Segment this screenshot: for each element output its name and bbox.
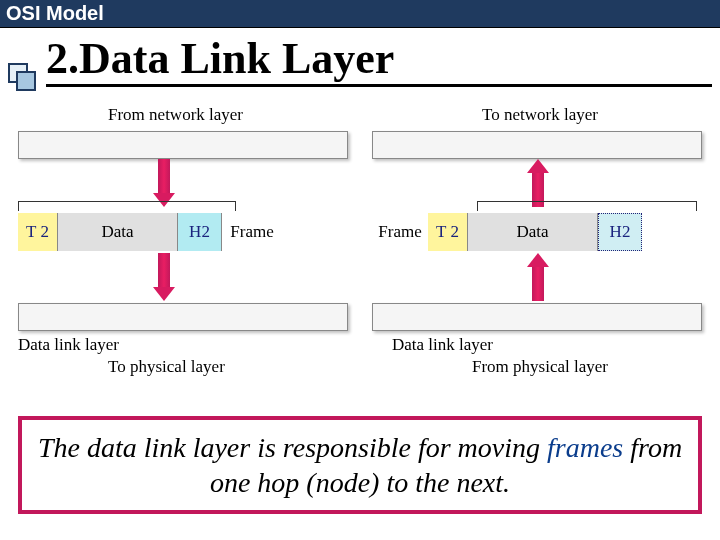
frame-label-left: Frame [222, 213, 282, 251]
diagram-receiving: To network layer Frame T 2 Data H2 Data … [372, 105, 702, 365]
to-physical-label: To physical layer [108, 357, 225, 377]
caption-keyword: frames [547, 432, 623, 463]
frame-bracket-right [477, 201, 697, 211]
segment-data: Data [468, 213, 598, 251]
arrow-down-icon [153, 159, 175, 207]
segment-header: H2 [598, 213, 642, 251]
frame-boxes-right: Frame T 2 Data H2 [372, 213, 702, 251]
upper-layer-box-right [372, 131, 702, 159]
header-bar: OSI Model [0, 0, 720, 28]
upper-layer-box-left [18, 131, 348, 159]
lower-layer-box-right [372, 303, 702, 331]
data-link-label-right: Data link layer [392, 335, 493, 355]
segment-header: H2 [178, 213, 222, 251]
arrow-up-icon [527, 253, 549, 301]
frame-label-right: Frame [372, 213, 428, 251]
frame-boxes-left: T 2 Data H2 Frame [18, 213, 298, 251]
to-network-label: To network layer [482, 105, 598, 125]
data-link-label-left: Data link layer [18, 335, 119, 355]
arrow-up-icon [527, 159, 549, 207]
from-physical-label: From physical layer [472, 357, 608, 377]
segment-data: Data [58, 213, 178, 251]
lower-layer-box-left [18, 303, 348, 331]
arrow-down-icon [153, 253, 175, 301]
segment-trailer: T 2 [428, 213, 468, 251]
frame-bracket-left [18, 201, 236, 211]
caption-pre: The data link layer is responsible for m… [38, 432, 547, 463]
title-row: 2.Data Link Layer [0, 28, 720, 87]
from-network-label: From network layer [108, 105, 243, 125]
segment-trailer: T 2 [18, 213, 58, 251]
caption-box: The data link layer is responsible for m… [18, 416, 702, 514]
header-title: OSI Model [6, 2, 104, 24]
diagram-sending: From network layer T 2 Data H2 Frame Dat… [18, 105, 348, 365]
page-title: 2.Data Link Layer [46, 36, 712, 87]
diagram-row: From network layer T 2 Data H2 Frame Dat… [0, 87, 720, 371]
bullet-squares-icon [8, 45, 44, 87]
